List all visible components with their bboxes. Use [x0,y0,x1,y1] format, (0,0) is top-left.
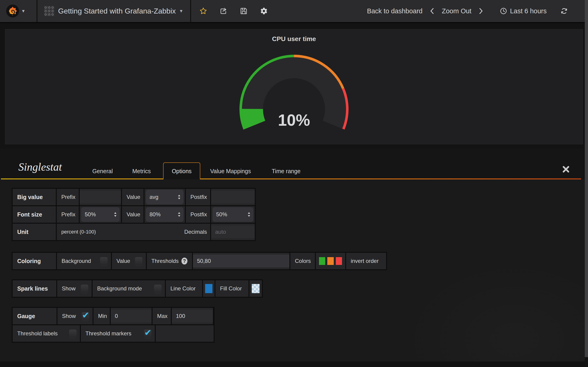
share-button[interactable] [219,7,228,15]
value-stat-select[interactable]: avg [146,190,183,204]
min-label: Min [98,313,107,319]
background-label: Background [61,258,91,264]
value-checkbox[interactable]: ✔ [135,257,143,266]
help-icon[interactable]: ? [182,258,187,265]
chevron-down-icon: ▾ [180,8,182,14]
font-size-row: Font size Prefix 50% Value 80% Postfix [13,206,255,223]
value-font-size-select[interactable]: 80% [146,207,183,222]
select-spinner-icon [178,194,181,200]
prefix-label: Prefix [61,211,75,218]
postfix-font-size-select[interactable]: 50% [212,207,253,222]
empty-cell [156,325,214,342]
star-button[interactable] [199,7,208,15]
coloring-table: Coloring Background ✔ Value ✔ Thresholds… [12,252,387,270]
gauge-show-checkbox[interactable]: ✔ [82,311,89,321]
thresholds-input[interactable] [193,255,289,267]
max-label: Max [157,313,167,319]
refresh-button[interactable] [561,7,568,15]
tab-general[interactable]: General [92,168,113,175]
value-label: Value [127,194,140,200]
sparkline-show-checkbox[interactable]: ✔ [81,284,88,293]
unit-picker[interactable]: percent (0-100) [61,229,96,235]
threshold-markers-checkbox[interactable]: ✔ [144,329,152,338]
editor-tabbar: Singlestat General Metrics Options Value… [0,149,583,179]
threshold-markers-label: Threshold markers [86,330,131,337]
grafana-menu-button[interactable]: ▾ [0,0,37,22]
back-to-dashboard-button[interactable]: Back to dashboard [367,7,423,15]
line-color-label: Line Color [170,285,195,292]
gauge-value: 10% [278,111,310,129]
fill-color-swatch[interactable] [252,284,259,293]
dashboard-title: Getting Started with Grafana-Zabbix [58,7,176,15]
time-shift-right-button[interactable] [478,8,484,15]
thresholds-label: Thresholds [151,258,179,264]
panel-title[interactable]: CPU user time [5,35,583,43]
options-tab-content: Big value Prefix Value avg Postfix Font … [0,179,585,361]
spark-lines-table: Spark lines Show ✔ Background mode ✔ Lin… [12,279,263,298]
panel-type-title: Singlestat [18,161,62,173]
fill-color-label: Fill Color [220,285,242,292]
spark-lines-row: Spark lines Show ✔ Background mode ✔ Lin… [13,280,262,297]
time-range-label: Last 6 hours [510,7,547,15]
cpu-gauge: 10% [234,54,354,132]
star-icon [199,7,207,15]
save-button[interactable] [239,7,248,15]
share-icon [220,7,227,15]
chevron-down-icon: ▾ [22,8,25,14]
select-spinner-icon [114,212,117,217]
save-icon [240,7,248,15]
threshold-color-swatch-red[interactable] [336,257,342,265]
background-checkbox[interactable]: ✔ [100,257,108,266]
page-scrollbar[interactable] [585,0,588,367]
grafana-logo-icon [6,4,19,18]
threshold-labels-label: Threshold labels [17,330,58,337]
font-size-label: Font size [17,211,42,218]
threshold-labels-checkbox[interactable]: ✔ [69,329,77,338]
decimals-label: Decimals [184,229,207,235]
gear-icon [260,7,268,15]
big-value-row: Big value Prefix Value avg Postfix [13,189,255,205]
settings-button[interactable] [259,7,268,15]
invert-order-link[interactable]: invert order [351,258,379,264]
scrollbar-thumb[interactable] [585,0,588,357]
time-shift-left-button[interactable] [429,8,435,15]
show-label: Show [62,285,76,292]
time-range-picker[interactable]: Last 6 hours [500,7,547,15]
gauge-row: Gauge Show ✔ Min Max [13,308,214,324]
zoom-out-button[interactable]: Zoom Out [442,7,471,15]
threshold-color-swatch-orange[interactable] [327,257,334,265]
prefix-font-size-select[interactable]: 50% [81,207,120,222]
select-spinner-icon [178,212,181,217]
gauge-panel: CPU user time 10% [5,29,583,144]
value-options-table: Big value Prefix Value avg Postfix Font … [12,188,256,241]
value-label: Value [127,211,140,218]
unit-row: Unit percent (0-100) Decimals [13,224,255,240]
colors-label: Colors [295,258,311,264]
decimals-input[interactable] [211,225,255,238]
background-mode-checkbox[interactable]: ✔ [154,284,162,293]
postfix-label: Postfix [190,211,207,218]
tab-metrics[interactable]: Metrics [132,168,151,175]
clock-icon [500,7,507,15]
close-editor-button[interactable] [562,165,570,173]
top-navbar: ▾ Getting Started with Grafana-Zabbix ▾ [0,0,588,23]
value-coloring-label: Value [116,258,130,264]
big-value-label: Big value [17,194,43,200]
spark-lines-label: Spark lines [17,285,48,292]
coloring-label: Coloring [17,258,41,265]
big-value-prefix-input[interactable] [80,191,121,203]
tab-options[interactable]: Options [163,162,200,179]
threshold-color-swatch-green[interactable] [319,257,325,265]
gauge-options-table: Gauge Show ✔ Min Max Threshold labels ✔ … [12,307,215,343]
dashboard-actions [191,7,276,15]
tab-time-range[interactable]: Time range [272,168,301,175]
gauge-min-input[interactable] [111,310,152,323]
postfix-label: Postfix [190,194,207,200]
tab-value-mappings[interactable]: Value Mappings [210,168,251,175]
background-mode-label: Background mode [97,285,142,292]
line-color-swatch[interactable] [205,284,212,293]
big-value-postfix-input[interactable] [211,191,255,203]
dashboard-title-dropdown[interactable]: Getting Started with Grafana-Zabbix ▾ [37,0,190,22]
coloring-row: Coloring Background ✔ Value ✔ Thresholds… [13,253,386,269]
gauge-max-input[interactable] [172,310,213,323]
